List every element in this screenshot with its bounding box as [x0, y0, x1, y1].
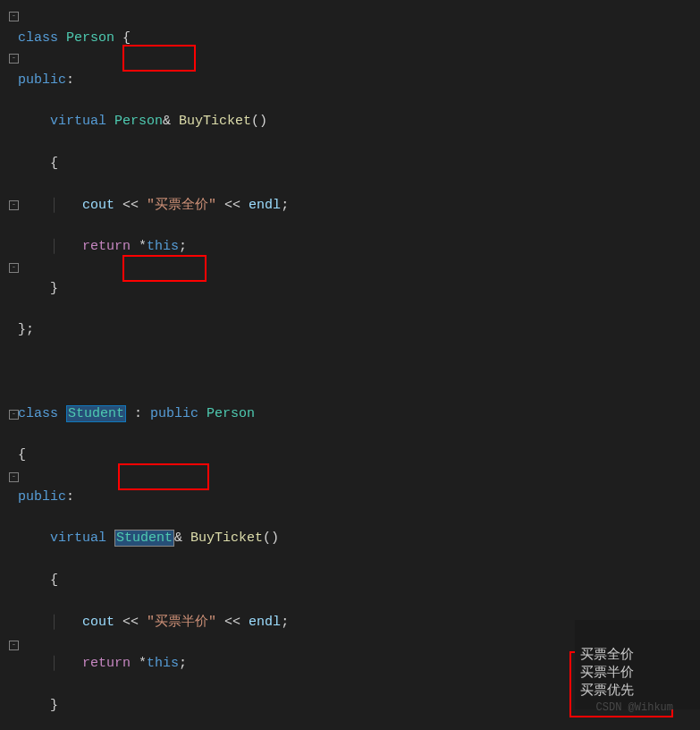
code-line: public: — [18, 70, 700, 90]
code-line: class Student : public Person — [18, 403, 700, 424]
code-line: { — [18, 445, 700, 465]
code-line: public: — [18, 487, 700, 507]
watermark: CSDN @Wihkum — [596, 701, 673, 714]
console-window: 买票全价 买票半价 买票优先 — [575, 620, 700, 709]
console-line: 买票半价 — [580, 663, 695, 681]
code-line: { — [18, 153, 700, 174]
code-line: virtual Person& BuyTicket() — [18, 111, 700, 132]
code-line: │ cout << "买票全价" << endl; — [18, 195, 700, 216]
code-line: } — [18, 278, 700, 299]
code-line: { — [18, 570, 700, 590]
code-line: }; — [18, 319, 700, 340]
code-line: class Person { — [18, 28, 700, 48]
console-line: 买票优先 — [580, 681, 695, 699]
code-line: virtual Student& BuyTicket() — [18, 528, 700, 548]
code-line: │ return *this; — [18, 236, 700, 257]
blank-line — [18, 361, 700, 382]
gutter: - - - - - - - — [0, 0, 18, 730]
console-output: 买票全价 买票半价 买票优先 — [575, 640, 700, 704]
console-line: 买票全价 — [580, 645, 695, 663]
